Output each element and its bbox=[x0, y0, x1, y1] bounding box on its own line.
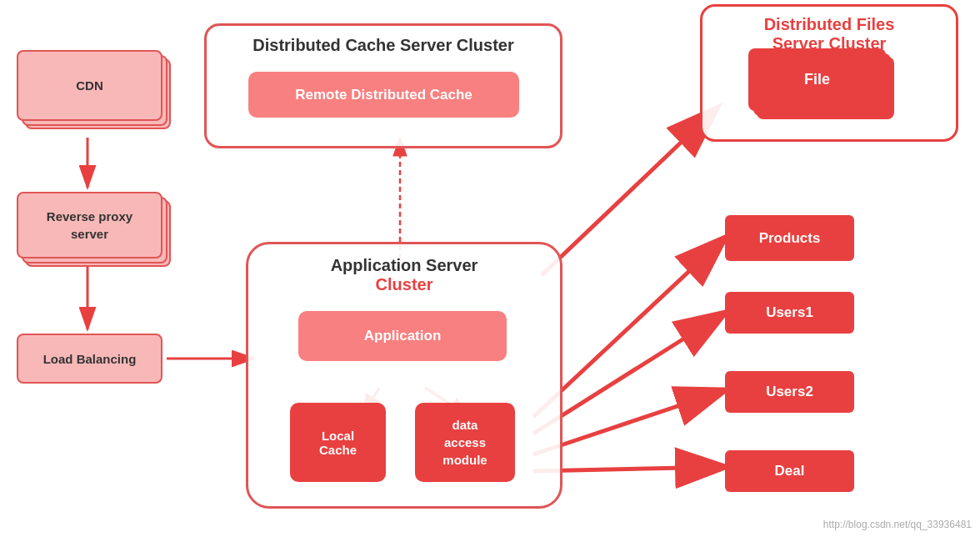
reverse-proxy-label: Reverse proxy server bbox=[47, 208, 132, 243]
dist-files-title1: Distributed Files bbox=[711, 15, 948, 34]
local-cache-label: Local Cache bbox=[319, 429, 357, 457]
dist-cache-cluster-title: Distributed Cache Server Cluster bbox=[215, 36, 552, 55]
deal-box: Deal bbox=[725, 450, 854, 492]
svg-line-8 bbox=[542, 108, 717, 275]
distributed-cache-cluster: Distributed Cache Server Cluster Remote … bbox=[204, 23, 562, 148]
products-box: Products bbox=[725, 215, 854, 261]
deal-label: Deal bbox=[775, 463, 805, 479]
application-box: Application bbox=[298, 311, 507, 361]
load-balancing-box: Load Balancing bbox=[17, 334, 162, 384]
users1-label: Users1 bbox=[766, 304, 813, 321]
load-balancing-label: Load Balancing bbox=[43, 352, 137, 366]
remote-distributed-cache-label: Remote Distributed Cache bbox=[295, 87, 472, 103]
local-cache-box: Local Cache bbox=[290, 403, 386, 482]
application-label: Application bbox=[364, 328, 442, 344]
app-server-cluster: Application Server Cluster Application L… bbox=[246, 242, 562, 509]
remote-distributed-cache-box: Remote Distributed Cache bbox=[248, 72, 519, 118]
distributed-files-cluster: Distributed Files Server Cluster File bbox=[700, 4, 958, 142]
users2-label: Users2 bbox=[766, 384, 813, 400]
users2-box: Users2 bbox=[725, 371, 854, 413]
watermark: http://blog.csdn.net/qq_33936481 bbox=[823, 519, 972, 530]
app-server-title1: Application Server bbox=[257, 256, 552, 275]
data-access-module-label: data access module bbox=[442, 416, 487, 469]
file-label: File bbox=[804, 71, 830, 88]
products-label: Products bbox=[759, 230, 821, 247]
diagram: CDN Reverse proxy server Load Balancing … bbox=[0, 0, 980, 537]
data-access-module-box: data access module bbox=[415, 403, 515, 482]
users1-box: Users1 bbox=[725, 292, 854, 334]
app-server-title2: Cluster bbox=[257, 275, 552, 294]
cdn-label: CDN bbox=[76, 78, 103, 93]
